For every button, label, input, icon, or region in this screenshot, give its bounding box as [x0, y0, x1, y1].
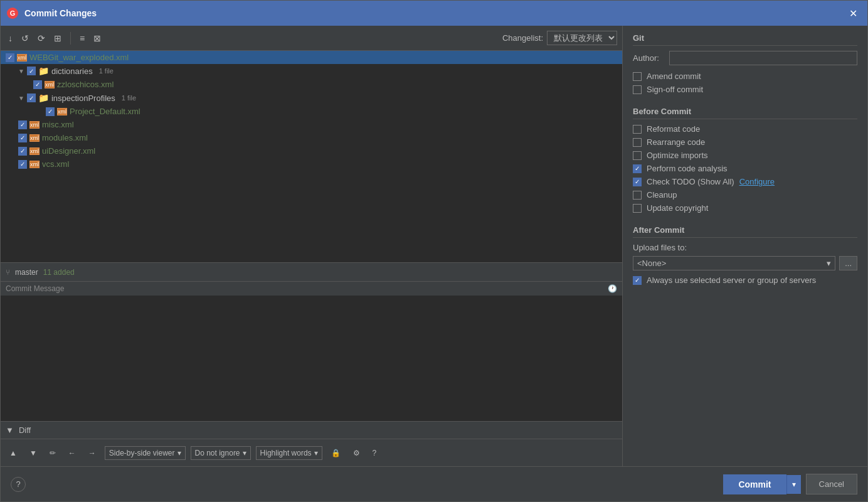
title-bar-left: G Commit Changes	[7, 8, 97, 19]
folder-icon-dictionaries: 📁	[38, 66, 49, 76]
diff-highlight-label: Highlight words	[260, 449, 312, 457]
diff-next-btn[interactable]: →	[85, 447, 100, 459]
upload-select-arrow: ▾	[827, 259, 831, 268]
tree-item-misc[interactable]: ✓ xml misc.xml	[1, 118, 622, 131]
diff-viewer-arrow: ▾	[177, 449, 181, 457]
update-copyright-row: Update copyright	[633, 203, 857, 213]
amend-commit-checkbox[interactable]	[633, 72, 642, 81]
tree-item-webgit[interactable]: ✓ xml WEBGit_war_exploded.xml	[1, 51, 622, 64]
always-use-checkbox[interactable]: ✓	[633, 276, 642, 285]
diff-down-btn[interactable]: ▼	[26, 447, 41, 459]
tree-item-modules[interactable]: ✓ xml modules.xml	[1, 131, 622, 144]
close-button[interactable]: ✕	[845, 6, 861, 21]
optimize-imports-row: Optimize imports	[633, 151, 857, 160]
checkbox-uidesigner[interactable]: ✓	[18, 147, 27, 156]
arrow-dictionaries: ▼	[18, 68, 24, 75]
upload-select[interactable]: <None> ▾	[633, 256, 835, 270]
commit-button[interactable]: Commit	[723, 474, 786, 494]
author-input[interactable]	[669, 51, 857, 65]
diff-collapse-arrow: ▼	[6, 425, 14, 435]
diff-ignore-label: Do not ignore	[195, 449, 240, 457]
configure-link[interactable]: Configure	[739, 177, 775, 186]
changelist-select[interactable]: 默认更改列表	[547, 31, 617, 45]
refresh-button[interactable]: ⟳	[35, 32, 48, 45]
always-use-row: ✓ Always use selected server or group of…	[633, 275, 857, 285]
diff-up-btn[interactable]: ▲	[6, 447, 21, 459]
upload-label: Upload files to:	[633, 243, 857, 252]
optimize-imports-label: Optimize imports	[647, 151, 708, 160]
rearrange-code-checkbox[interactable]	[633, 138, 642, 147]
reformat-code-label: Reformat code	[647, 124, 700, 134]
tree-item-inspectionprofiles[interactable]: ▼ ✓ 📁 inspectionProfiles 1 file	[1, 91, 622, 105]
expand-button[interactable]: ⊠	[91, 32, 103, 45]
checkbox-misc[interactable]: ✓	[18, 120, 27, 129]
update-copyright-checkbox[interactable]	[633, 204, 642, 213]
diff-prev-btn[interactable]: ←	[65, 447, 80, 459]
changelist-label: Changelist:	[502, 33, 543, 43]
folder-icon-inspectionprofiles: 📁	[38, 93, 49, 103]
checkbox-dictionaries[interactable]: ✓	[27, 67, 36, 75]
file-icon-zzloschicos: xml	[45, 81, 55, 88]
file-name-vcs: vcs.xml	[42, 159, 69, 169]
folder-name-dictionaries: dictionaries	[51, 67, 93, 76]
perform-analysis-checkbox[interactable]: ✓	[633, 164, 642, 173]
diff-header[interactable]: ▼ Diff	[1, 422, 622, 439]
tree-item-uidesigner[interactable]: ✓ xml uiDesigner.xml	[1, 144, 622, 158]
diff-settings-btn[interactable]: ⚙	[349, 447, 364, 459]
group-button[interactable]: ⊞	[51, 32, 64, 45]
right-panel: Git Author: Amend commit Sign-off commit…	[623, 26, 867, 466]
diff-help-btn[interactable]: ?	[369, 447, 381, 459]
main-content: ↓ ↺ ⟳ ⊞ ≡ ⊠ Changelist: 默认更改列表 ✓	[1, 26, 867, 466]
diff-ignore-dropdown[interactable]: Do not ignore ▾	[191, 446, 251, 460]
commit-message-input[interactable]	[1, 296, 622, 421]
commit-dropdown-button[interactable]: ▾	[786, 475, 801, 494]
badge-dictionaries: 1 file	[99, 67, 114, 75]
changelist-area: Changelist: 默认更改列表	[502, 31, 617, 45]
optimize-imports-checkbox[interactable]	[633, 151, 642, 160]
checkbox-modules[interactable]: ✓	[18, 134, 27, 142]
git-icon: G	[7, 8, 18, 19]
reformat-code-checkbox[interactable]	[633, 125, 642, 134]
checkbox-webgit[interactable]: ✓	[6, 53, 14, 62]
cleanup-checkbox[interactable]	[633, 191, 642, 200]
update-copyright-label: Update copyright	[647, 203, 708, 213]
help-button[interactable]: ?	[11, 477, 26, 492]
tree-item-zzloschicos[interactable]: ✓ xml zzloschicos.xml	[1, 78, 622, 91]
added-badge: 11 added	[43, 268, 75, 277]
diff-viewer-label: Side-by-side viewer	[109, 449, 175, 457]
cancel-button[interactable]: Cancel	[806, 474, 857, 494]
diff-toolbar: ▲ ▼ ✏ ← → Side-by-side viewer ▾ Do not i…	[1, 439, 622, 466]
file-tree-toolbar: ↓ ↺ ⟳ ⊞ ≡ ⊠ Changelist: 默认更改列表	[1, 26, 622, 51]
file-tree: ✓ xml WEBGit_war_exploded.xml ▼ ✓ 📁 dict…	[1, 51, 622, 262]
signoff-commit-checkbox[interactable]	[633, 85, 642, 94]
tree-item-dictionaries[interactable]: ▼ ✓ 📁 dictionaries 1 file	[1, 64, 622, 78]
rollback-button[interactable]: ↺	[19, 32, 31, 45]
diff-highlight-dropdown[interactable]: Highlight words ▾	[256, 446, 322, 460]
before-commit-title: Before Commit	[633, 107, 857, 119]
cleanup-label: Cleanup	[647, 190, 677, 200]
reformat-code-row: Reformat code	[633, 124, 857, 134]
title-bar: G Commit Changes ✕	[1, 1, 867, 26]
tree-item-vcs[interactable]: ✓ xml vcs.xml	[1, 158, 622, 171]
diff-viewer-dropdown[interactable]: Side-by-side viewer ▾	[105, 446, 186, 460]
diff-edit-btn[interactable]: ✏	[46, 447, 60, 459]
collapse-button[interactable]: ≡	[77, 32, 87, 45]
commit-message-section: Commit Message 🕐	[1, 281, 622, 421]
tree-item-projectdefault[interactable]: ✓ xml Project_Default.xml	[1, 105, 622, 118]
checkbox-projectdefault[interactable]: ✓	[46, 107, 55, 116]
upload-dots-button[interactable]: ...	[839, 256, 857, 270]
gap1	[633, 98, 857, 107]
checkbox-zzloschicos[interactable]: ✓	[33, 80, 42, 89]
file-icon-webgit: xml	[17, 54, 27, 61]
check-todo-checkbox[interactable]: ✓	[633, 178, 642, 186]
file-icon-vcs: xml	[29, 161, 40, 168]
diff-lock-btn[interactable]: 🔒	[327, 447, 344, 459]
rearrange-code-row: Rearrange code	[633, 137, 857, 147]
commit-dialog: G Commit Changes ✕ ↓ ↺ ⟳ ⊞ ≡ ⊠ Changelis…	[0, 0, 868, 502]
add-button[interactable]: ↓	[6, 32, 15, 45]
checkbox-inspectionprofiles[interactable]: ✓	[27, 93, 36, 102]
branch-icon: ⑂	[6, 268, 10, 277]
signoff-commit-label: Sign-off commit	[647, 85, 703, 94]
branch-name: master	[15, 268, 38, 277]
checkbox-vcs[interactable]: ✓	[18, 160, 27, 169]
